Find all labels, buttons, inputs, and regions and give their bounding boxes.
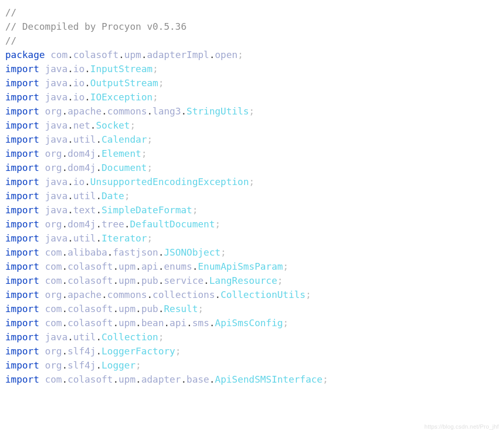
package-segment: util	[73, 134, 96, 145]
class-name: LangResource	[209, 275, 277, 286]
package-segment: java	[45, 233, 67, 244]
dot: .	[62, 317, 67, 328]
code-line: import com.colasoft.upm.api.enums.EnumAp…	[5, 259, 499, 273]
keyword-import: import	[5, 148, 39, 159]
package-segment: org	[45, 360, 62, 371]
keyword-import: import	[5, 275, 39, 286]
package-segment: org	[45, 289, 62, 300]
dot: .	[203, 275, 209, 286]
dot: .	[62, 261, 67, 272]
semicolon: ;	[158, 331, 164, 342]
package-segment: com	[45, 317, 62, 328]
dot: .	[158, 275, 164, 286]
package-segment: java	[45, 331, 67, 342]
dot: .	[62, 106, 67, 117]
keyword-import: import	[5, 247, 39, 258]
code-line: import com.alibaba.fastjson.JSONObject;	[5, 245, 499, 259]
package-segment: dom4j	[67, 148, 96, 159]
package-segment: java	[45, 176, 67, 187]
package-segment: fastjson	[113, 247, 158, 258]
package-segment: alibaba	[67, 247, 107, 258]
package-segment: java	[45, 77, 67, 88]
code-line: import java.util.Collection;	[5, 330, 499, 344]
class-name: UnsupportedEncodingException	[90, 176, 249, 187]
dot: .	[67, 331, 73, 342]
dot: .	[85, 77, 90, 88]
package-segment: colasoft	[67, 317, 113, 328]
dot: .	[96, 190, 101, 201]
semicolon: ;	[135, 360, 141, 371]
code-line: import java.io.OutputStream;	[5, 76, 499, 90]
code-line: import java.util.Iterator;	[5, 231, 499, 245]
package-segment: com	[51, 49, 68, 60]
keyword-import: import	[5, 289, 39, 300]
package-segment: com	[45, 374, 62, 385]
keyword-import: import	[5, 317, 39, 328]
package-segment: upm	[124, 49, 142, 60]
comment-text: //	[5, 7, 22, 18]
class-name: SimpleDateFormat	[101, 204, 192, 215]
package-segment: org	[45, 346, 62, 356]
package-segment: org	[45, 106, 62, 117]
class-name: CollectionUtils	[221, 289, 306, 300]
dot: .	[96, 233, 101, 244]
semicolon: ;	[305, 289, 311, 300]
package-segment: colasoft	[67, 303, 113, 314]
class-name: Date	[101, 190, 124, 201]
package-segment: commons	[107, 289, 147, 300]
dot: .	[215, 289, 221, 300]
package-segment: upm	[119, 275, 136, 286]
dot: .	[113, 275, 119, 286]
dot: .	[107, 247, 113, 258]
dot: .	[96, 148, 101, 159]
semicolon: ;	[221, 247, 226, 258]
dot: .	[67, 204, 73, 215]
dot: .	[67, 190, 73, 201]
package-segment: colasoft	[67, 374, 113, 385]
dot: .	[96, 162, 101, 173]
package-segment: java	[45, 91, 67, 102]
package-segment: com	[45, 261, 62, 272]
package-segment: java	[45, 190, 67, 201]
package-segment: dom4j	[67, 218, 96, 229]
keyword-import: import	[5, 374, 39, 385]
dot: .	[62, 303, 67, 314]
package-segment: upm	[119, 303, 136, 314]
keyword-import: import	[5, 233, 39, 244]
semicolon: ;	[124, 190, 130, 201]
semicolon: ;	[323, 374, 328, 385]
package-segment: enums	[164, 261, 192, 272]
dot: .	[62, 162, 67, 173]
dot: .	[192, 261, 198, 272]
dot: .	[101, 106, 107, 117]
dot: .	[96, 218, 101, 229]
keyword-import: import	[5, 331, 39, 342]
code-line: import java.util.Calendar;	[5, 132, 499, 146]
dot: .	[62, 247, 67, 258]
keyword-import: import	[5, 204, 39, 215]
code-line: package com.colasoft.upm.adapterImpl.ope…	[5, 48, 499, 62]
package-segment: service	[164, 275, 204, 286]
package-segment: org	[45, 218, 62, 229]
code-line: //	[5, 33, 499, 48]
class-name: InputStream	[90, 63, 153, 74]
code-line: import java.text.SimpleDateFormat;	[5, 203, 499, 217]
dot: .	[135, 374, 141, 385]
dot: .	[62, 289, 67, 300]
comment-text: //	[5, 35, 22, 46]
dot: .	[85, 63, 90, 74]
package-segment: upm	[119, 261, 136, 272]
package-segment: com	[45, 275, 62, 286]
semicolon: ;	[147, 134, 153, 145]
class-name: Logger	[101, 360, 135, 371]
dot: .	[96, 346, 101, 356]
package-segment: util	[73, 190, 96, 201]
code-line: // Decompiled by Procyon v0.5.36	[5, 19, 499, 33]
class-name: OutputStream	[90, 77, 158, 88]
keyword-import: import	[5, 218, 39, 229]
class-name: IOException	[90, 91, 153, 102]
dot: .	[96, 134, 101, 145]
package-segment: open	[215, 49, 237, 60]
dot: .	[135, 317, 141, 328]
dot: .	[62, 360, 67, 371]
